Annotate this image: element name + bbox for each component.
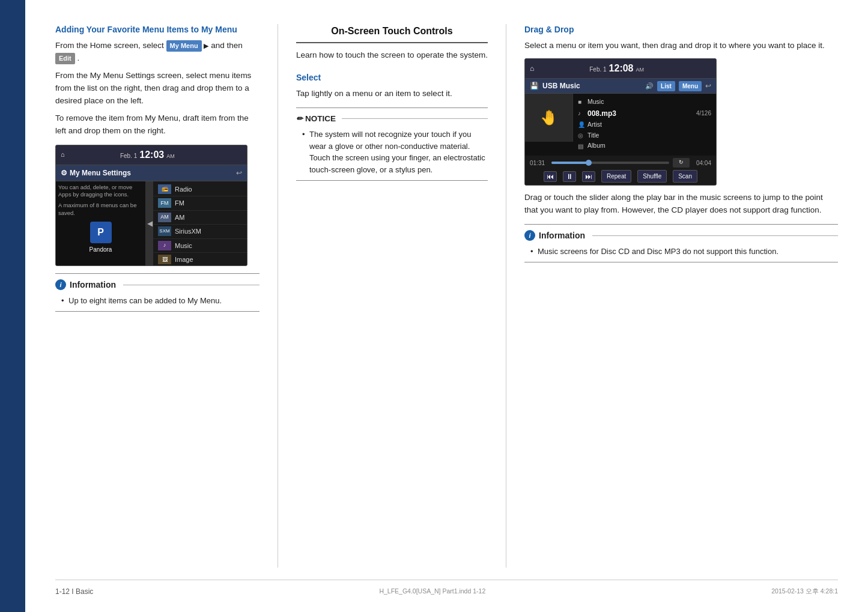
usb-time-sub: AM (636, 66, 645, 74)
image-icon-box: 🖼 (158, 255, 171, 264)
usb-date: Feb. 1 (589, 65, 606, 74)
usb-date-time: Feb. 1 12:08 AM (589, 61, 644, 76)
screen-title-label: My Menu Settings (70, 168, 131, 178)
play-pause-btn[interactable]: ⏸ (563, 171, 576, 182)
left-info-list: Up to eight items can be added to My Men… (55, 295, 259, 307)
usb-note-icon: ♪ (578, 109, 585, 118)
screen-body: You can add, delete, or move Apps by dra… (56, 181, 247, 265)
usb-time: 12:08 (609, 61, 634, 76)
notice-box: ✏ NOTICE The system will not recognize y… (296, 108, 488, 181)
notice-item-1: The system will not recognize your touch… (302, 129, 488, 175)
menu-item-image: 🖼 Image (153, 253, 247, 266)
usb-album-icon: ▤ (578, 142, 585, 151)
left-para2: From the My Menu Settings screen, select… (55, 70, 259, 108)
am-icon-box: AM (158, 213, 171, 222)
usb-time-total: 04:04 (693, 159, 711, 168)
screen-info-text2: A maximum of 8 menus can be saved. (58, 202, 143, 217)
progress-fill (551, 162, 587, 164)
right-info-title: i Information (524, 229, 838, 242)
usb-track-name: 008.mp3 (587, 108, 616, 119)
prev-track-btn[interactable]: ⏮ (544, 171, 557, 182)
drag-drop-title: Drag & Drop (524, 24, 838, 35)
usb-track-count: 4/126 (696, 109, 711, 118)
usb-screen-mockup: ⌂ Feb. 1 12:08 AM 💾 USB Music (524, 58, 717, 186)
usb-title-field: Title (587, 131, 599, 141)
middle-intro: Learn how to touch the screen to operate… (296, 49, 488, 62)
usb-menu-btn[interactable]: Menu (679, 81, 702, 91)
usb-home-icon: ⌂ (530, 63, 534, 74)
left-para1: From the Home screen, select My Menu ▶ a… (55, 40, 259, 65)
usb-title-bar: 💾 USB Music 🔊 List Menu ↩ (525, 78, 716, 94)
usb-back-btn[interactable]: ↩ (705, 80, 711, 91)
radio-icon-box: 📻 (158, 184, 171, 194)
usb-title-controls: 🔊 List Menu ↩ (645, 80, 711, 91)
pandora-label: Pandora (90, 245, 112, 254)
menu-item-fm: FM FM (153, 196, 247, 211)
screen-time-sub: AM (166, 153, 175, 161)
left-para3: To remove the item from My Menu, draft i… (55, 112, 259, 138)
main-columns: Adding Your Favorite Menu Items to My Me… (55, 24, 838, 568)
left-accent-bar (0, 0, 25, 612)
usb-title-icon: 💾 (530, 80, 539, 91)
usb-artist: Artist (587, 120, 602, 130)
shuffle-btn[interactable]: Shuffle (637, 170, 667, 183)
notice-title: ✏ NOTICE (296, 113, 488, 125)
settings-icon: ⚙ (61, 168, 67, 178)
screen-date-time: Feb. 1 12:03 AM (120, 148, 175, 162)
left-info-item-1: Up to eight items can be added to My Men… (61, 295, 259, 307)
screen-title-text: ⚙ My Menu Settings (61, 168, 131, 178)
notice-pencil-icon: ✏ (296, 113, 303, 125)
usb-track-info: ■ Music ♪ 008.mp3 4/126 👤 (573, 94, 716, 156)
edit-button: Edit (55, 53, 75, 64)
home-icon: ⌂ (61, 150, 65, 160)
usb-speaker-icon: 🔊 (645, 81, 654, 91)
arrow-icon: ▶ (204, 41, 208, 51)
repeat-mini-icon: ↻ (673, 158, 690, 168)
usb-thumb: 🤚 (525, 94, 573, 142)
select-title: Select (296, 71, 488, 84)
menu-item-radio: 📻 Radio (153, 183, 247, 197)
pandora-icon-box: P (90, 222, 112, 243)
footer-file-info: H_LFE_G4.0[USA_N] Part1.indd 1-12 (379, 587, 485, 596)
usb-controls-bar: 01:31 ↻ 04:04 ⏮ ⏸ (525, 156, 716, 185)
drag-para: Drag or touch the slider along the play … (524, 192, 838, 217)
menu-item-sirius: SXM SiriusXM (153, 225, 247, 239)
scan-btn[interactable]: Scan (673, 170, 697, 183)
usb-body: 🤚 ■ Music ♪ 008.mp3 (525, 94, 716, 156)
menu-item-am: AM AM (153, 211, 247, 225)
menu-item-radio-label: Radio (175, 184, 192, 195)
column-right: Drag & Drop Select a menu or item you wa… (506, 24, 838, 568)
screen-header-home: ⌂ (61, 150, 65, 160)
usb-artist-row: 👤 Artist (578, 120, 711, 130)
screen-left-panel: You can add, delete, or move Apps by dra… (56, 181, 146, 265)
left-section-title: Adding Your Favorite Menu Items to My Me… (55, 24, 259, 35)
info-icon-left: i (55, 279, 66, 290)
usb-track-name-row: ♪ 008.mp3 4/126 (578, 108, 711, 119)
column-left: Adding Your Favorite Menu Items to My Me… (55, 24, 278, 568)
notice-divider (342, 118, 488, 119)
usb-album-row: ▤ Album (578, 141, 711, 151)
select-text: Tap lightly on a menu or an item to sele… (296, 88, 488, 100)
hand-touch-icon: 🤚 (540, 107, 558, 129)
page-footer: 1-12 I Basic H_LFE_G4.0[USA_N] Part1.ind… (55, 580, 838, 600)
mymenu-button: My Menu (166, 40, 202, 52)
usb-list-btn[interactable]: List (657, 81, 675, 91)
usb-album: Album (587, 141, 605, 151)
progress-track[interactable] (551, 162, 669, 164)
sirius-icon-box: SXM (158, 226, 171, 236)
screen-info-text1: You can add, delete, or move Apps by dra… (58, 184, 143, 199)
usb-title-text: USB Music (542, 80, 580, 91)
usb-track-category: Music (587, 97, 604, 107)
usb-title-icon: ◎ (578, 131, 585, 140)
usb-btn-row: ⏮ ⏸ ⏭ Repeat Shuffle Scan (530, 170, 711, 183)
column-middle: On-Screen Touch Controls Learn how to to… (278, 24, 506, 568)
notice-title-text: NOTICE (305, 113, 336, 125)
usb-progress-bar: 01:31 ↻ 04:04 (530, 158, 711, 168)
back-icon: ↩ (236, 168, 242, 178)
repeat-btn[interactable]: Repeat (601, 170, 631, 183)
usb-artist-icon: 👤 (578, 120, 585, 129)
mymenu-screen-mockup: ⌂ Feb. 1 12:03 AM ⚙ My Menu Set (55, 145, 247, 266)
usb-title-left: 💾 USB Music (530, 80, 580, 91)
screen-divider-arrow: ◀ (146, 181, 153, 265)
next-track-btn[interactable]: ⏭ (582, 171, 595, 182)
